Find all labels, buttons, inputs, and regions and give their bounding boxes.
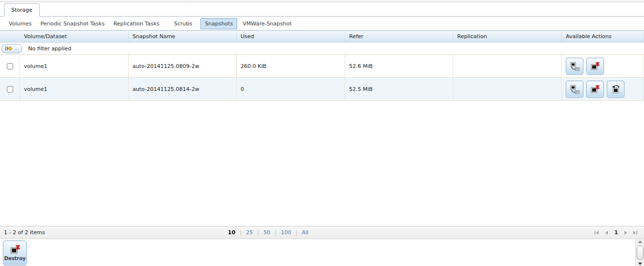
page-size-selector: 10 | 25 | 50 | 100 | All — [228, 226, 309, 239]
pager-navigation: 1 — [595, 226, 638, 239]
subtab-scrubs[interactable]: Scrubs — [170, 18, 197, 29]
destroy-icon — [10, 245, 20, 254]
row-checkbox-cell — [0, 78, 20, 100]
filter-icon — [4, 45, 13, 51]
grid-filter-row: ... No filter applied — [0, 43, 644, 55]
cell-snapshot-name: auto-20141125.0814-2w — [129, 78, 237, 100]
cell-snapshot-name: auto-20141125.0809-2w — [129, 55, 237, 77]
column-header-volume[interactable]: Volume/Dataset — [20, 31, 129, 42]
rollback-snapshot-icon — [611, 85, 620, 93]
destroy-button[interactable]: Destroy — [3, 241, 27, 266]
separator: | — [240, 229, 242, 236]
clone-snapshot-button[interactable] — [566, 58, 583, 75]
cell-used: 0 — [237, 78, 345, 100]
next-page-icon — [624, 230, 627, 235]
table-row: volume1 auto-20141125.0809-2w 260.0 KiB … — [0, 55, 644, 78]
first-page-icon — [595, 230, 599, 235]
cell-used: 260.0 KiB — [237, 55, 345, 77]
subtab-bar: Volumes Periodic Snapshot Tasks Replicat… — [0, 17, 644, 30]
column-header-replication[interactable]: Replication — [453, 31, 562, 42]
next-page-button[interactable] — [624, 230, 627, 235]
subtab-vmware-snapshot[interactable]: VMWare-Snapshot — [238, 18, 296, 29]
current-page-number: 1 — [614, 229, 618, 236]
last-page-button[interactable] — [633, 230, 638, 235]
filter-button[interactable]: ... — [1, 44, 22, 53]
pager-bar: 1 - 2 of 2 items 10 | 25 | 50 | 100 | Al… — [0, 226, 644, 239]
tab-storage[interactable]: Storage — [4, 3, 40, 17]
destroy-snapshot-button[interactable] — [586, 81, 604, 98]
page-size-25[interactable]: 25 — [246, 229, 253, 236]
previous-page-icon — [605, 230, 608, 235]
table-row: volume1 auto-20141125.0814-2w 0 52.5 MiB — [0, 78, 644, 101]
page-size-all[interactable]: All — [302, 229, 309, 236]
vertical-scrollbar[interactable] — [635, 239, 644, 266]
destroy-snapshot-icon — [591, 85, 600, 93]
clone-snapshot-icon — [570, 85, 579, 94]
cell-refer: 52.6 MiB — [345, 55, 453, 77]
last-page-icon — [633, 230, 638, 235]
subtab-volumes[interactable]: Volumes — [4, 18, 36, 29]
clone-snapshot-button[interactable] — [566, 81, 583, 98]
cell-replication — [453, 78, 562, 100]
form-actions-panel: Destroy — [0, 239, 644, 266]
cell-volume: volume1 — [20, 78, 129, 100]
tab-bar: Storage — [0, 2, 644, 17]
destroy-snapshot-button[interactable] — [586, 58, 604, 75]
separator: | — [295, 229, 297, 236]
column-header-used[interactable]: Used — [237, 31, 345, 42]
subtab-snapshots[interactable]: Snapshots — [200, 18, 237, 29]
filter-button-label: ... — [15, 46, 19, 51]
row-checkbox-cell — [0, 55, 20, 77]
row-checkbox[interactable] — [7, 63, 13, 69]
first-page-button[interactable] — [595, 230, 599, 235]
scrollbar-up-arrow-icon[interactable] — [638, 241, 642, 243]
separator: | — [257, 229, 259, 236]
previous-page-button[interactable] — [605, 230, 608, 235]
snapshots-grid: Volume/Dataset Snapshot Name Used Refer … — [0, 30, 644, 226]
grid-header-row: Volume/Dataset Snapshot Name Used Refer … — [0, 31, 644, 43]
destroy-snapshot-icon — [591, 62, 600, 70]
page-size-10[interactable]: 10 — [228, 229, 235, 236]
filter-status-text: No filter applied — [28, 45, 71, 52]
column-header-available-actions: Available Actions — [562, 31, 644, 42]
clone-snapshot-icon — [570, 62, 579, 71]
scrollbar-down-arrow-icon[interactable] — [638, 263, 642, 265]
scrollbar-thumb[interactable] — [637, 245, 644, 260]
subtab-periodic-snapshot-tasks[interactable]: Periodic Snapshot Tasks — [36, 18, 109, 29]
subtab-replication-tasks[interactable]: Replication Tasks — [109, 18, 164, 29]
cell-replication — [453, 55, 562, 77]
cell-refer: 52.5 MiB — [345, 78, 453, 100]
page-size-50[interactable]: 50 — [264, 229, 270, 236]
cell-volume: volume1 — [20, 55, 129, 77]
separator: | — [275, 229, 277, 236]
destroy-button-label: Destroy — [4, 256, 25, 261]
row-checkbox[interactable] — [7, 86, 13, 92]
column-header-snapshot-name[interactable]: Snapshot Name — [129, 31, 237, 42]
cell-available-actions — [562, 55, 644, 77]
rollback-snapshot-button[interactable] — [607, 81, 624, 98]
column-header-refer[interactable]: Refer — [345, 31, 453, 42]
grid-empty-space — [0, 101, 644, 226]
items-summary: 1 - 2 of 2 items — [4, 229, 45, 236]
cell-available-actions — [562, 78, 644, 100]
page-size-100[interactable]: 100 — [281, 229, 291, 236]
